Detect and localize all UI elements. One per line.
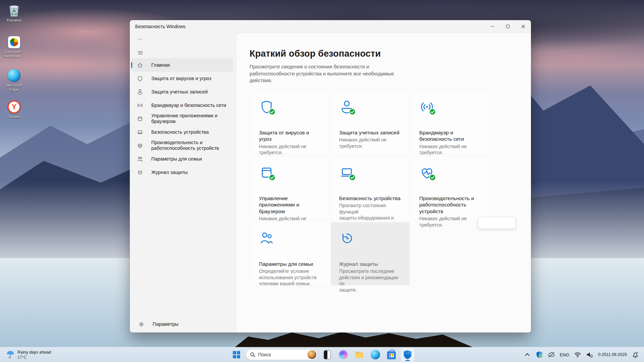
edge-icon [8, 69, 20, 82]
tile-device-security[interactable]: Безопасность устройства Просмотр состоян… [331, 157, 410, 220]
speaker-mute-icon [586, 351, 593, 358]
desktop-icon-label: Корзина [7, 18, 21, 22]
sidebar-item-device-health[interactable]: Производительность и работоспособность у… [131, 139, 233, 152]
tile-device-health[interactable]: Производительность и работоспособность у… [411, 157, 490, 220]
sidebar: Главная Защита от вирусов и угроз Защита… [130, 33, 236, 333]
sidebar-item-home[interactable]: Главная [131, 58, 233, 72]
start-button[interactable] [230, 348, 243, 361]
copilot-icon [339, 350, 348, 359]
desktop-icon-recycle-bin[interactable]: Корзина [0, 4, 28, 22]
tile-account-protection[interactable]: Защита учетных записей Никаких действий … [331, 91, 410, 154]
tray-language-indicator[interactable]: ENG [557, 348, 572, 361]
window-titlebar[interactable]: Безопасность Windows [130, 20, 531, 33]
page-title: Краткий обзор безопасности [250, 49, 531, 59]
chevron-up-icon [524, 351, 531, 358]
tile-protection-history[interactable]: Журнал защиты Просмотрите последние дейс… [331, 222, 410, 285]
laptop-icon [339, 165, 355, 180]
tray-onedrive[interactable] [545, 348, 557, 361]
desktop-icon-yandex[interactable]: Y Yandex [0, 101, 28, 119]
check-badge-icon [349, 108, 356, 115]
weather-text: Rainy days ahead [17, 350, 51, 355]
taskbar-app-windows-security[interactable] [401, 348, 414, 361]
home-icon [137, 62, 143, 68]
tile-virus-protection[interactable]: Защита от вирусов и угроз Никаких действ… [251, 91, 329, 154]
taskbar-app-copilot[interactable] [336, 348, 350, 361]
history-icon [137, 169, 143, 176]
taskbar-app-store[interactable] [385, 348, 398, 361]
desktop-icon-label: Microsoft Edge [6, 83, 22, 92]
sidebar-item-account-protection[interactable]: Защита учетных записей [131, 85, 233, 99]
sidebar-item-device-security[interactable]: Безопасность устройства [131, 125, 233, 139]
recycle-bin-icon [8, 4, 20, 17]
taskbar-search[interactable]: Поиск [246, 349, 318, 360]
edge-icon [371, 350, 380, 359]
weather-widget[interactable]: Rainy days ahead 17°C [3, 347, 54, 362]
check-badge-icon [269, 174, 276, 181]
wifi-icon [574, 351, 581, 358]
gear-icon [138, 321, 145, 327]
tray-time: 0:25 [598, 352, 606, 357]
taskbar-app-edge[interactable] [369, 348, 382, 361]
heart-pulse-icon [419, 165, 435, 180]
taskbar: Rainy days ahead 17°C Поиск [0, 347, 644, 362]
bell-dnd-icon: z [632, 351, 639, 358]
person-icon [339, 99, 355, 115]
tile-app-browser-control[interactable]: Управление приложениями и браузером Ника… [251, 157, 329, 220]
close-button[interactable] [516, 20, 531, 33]
maximize-button[interactable] [500, 20, 516, 33]
tray-clock[interactable]: 0:25 11.09.2025 [596, 348, 629, 361]
tile-firewall[interactable]: Брандмауэр и безопасность сети Никаких д… [411, 91, 490, 154]
tray-security-shield[interactable] [533, 348, 545, 361]
sidebar-item-family-options[interactable]: Параметры для семьи [131, 152, 233, 166]
sidebar-item-protection-history[interactable]: Журнал защиты [131, 166, 233, 179]
security-shield-icon [403, 350, 412, 359]
windows-logo-icon [233, 351, 240, 358]
tray-date: 11.09.2025 [606, 352, 627, 357]
tile-family-options[interactable]: Параметры для семьи Определяйте условия … [251, 222, 329, 285]
search-highlight-photo [308, 350, 316, 359]
weather-temp: 17°C [17, 355, 51, 360]
desktop-icon-label: Yandex [8, 115, 20, 119]
security-tile-grid: Защита от вирусов и угроз Никаких действ… [251, 91, 531, 285]
sidebar-item-settings[interactable]: Параметры [132, 317, 230, 331]
tooltip-popup [478, 217, 516, 229]
check-badge-icon [429, 174, 436, 181]
svg-text:z: z [637, 351, 638, 354]
shield-check-icon [536, 351, 543, 358]
sidebar-item-app-browser-control[interactable]: Управление приложениями и браузером [131, 112, 233, 125]
tray-wifi[interactable] [572, 348, 584, 361]
tray-notification-bell[interactable]: z [629, 348, 641, 361]
microsoft-store-icon [387, 351, 396, 359]
family-icon [259, 231, 274, 246]
shield-icon [137, 75, 143, 82]
desktop-icon-info[interactable]: Дополнит... сведения ... [0, 36, 28, 58]
heart-pulse-icon [137, 142, 143, 149]
search-icon [250, 352, 255, 357]
app-window-icon [259, 165, 274, 180]
main-content-panel: Краткий обзор безопасности Просмотрите с… [236, 33, 531, 333]
desktop-icon-label: Дополнит... сведения ... [4, 50, 25, 58]
taskbar-app-file-explorer[interactable] [353, 348, 366, 361]
dark-widget-icon [324, 350, 331, 359]
umbrella-rain-icon [6, 350, 15, 359]
sidebar-item-virus-protection[interactable]: Защита от вирусов и угроз [131, 72, 233, 85]
taskbar-app-widget[interactable] [320, 348, 334, 361]
info-card-icon [8, 36, 20, 48]
person-icon [137, 89, 143, 95]
cloud-slash-icon [548, 351, 555, 358]
tray-volume-muted[interactable] [584, 348, 596, 361]
laptop-icon [137, 129, 143, 135]
tray-chevron-up[interactable] [521, 348, 533, 361]
windows-security-window: Безопасность Windows Главная Защита от в… [130, 20, 531, 333]
shield-icon [259, 99, 274, 115]
search-placeholder: Поиск [258, 352, 271, 357]
page-description: Просмотрите сведения о состоянии безопас… [250, 63, 424, 84]
sidebar-item-firewall[interactable]: Брандмауэр и безопасность сети [131, 99, 233, 112]
check-badge-icon [429, 108, 436, 115]
network-icon [419, 99, 435, 115]
history-icon [339, 231, 355, 246]
desktop-icon-edge[interactable]: Microsoft Edge [0, 69, 28, 92]
minimize-button[interactable] [485, 20, 500, 33]
check-badge-icon [349, 174, 356, 181]
family-icon [137, 156, 143, 162]
